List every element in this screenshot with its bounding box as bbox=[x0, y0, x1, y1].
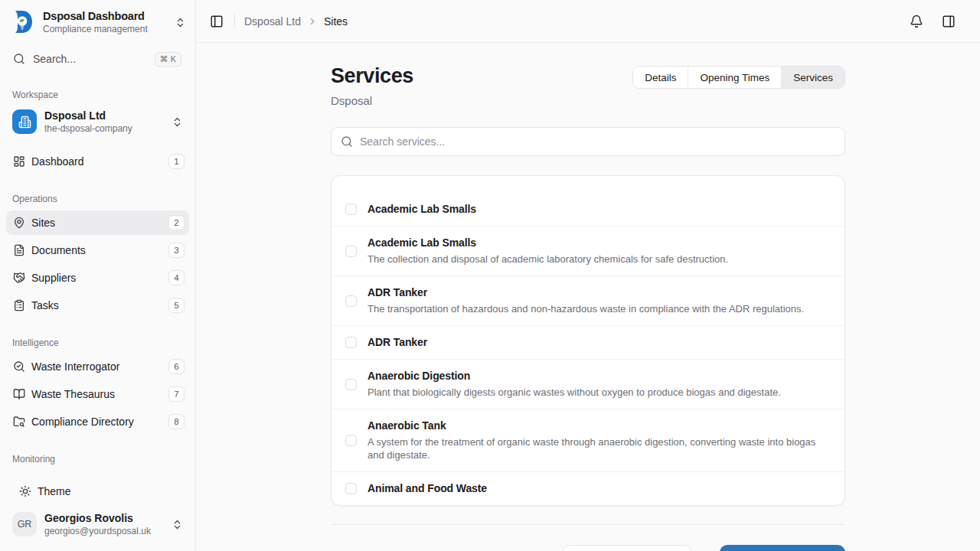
sidebar-section: Monitoring Activity bbox=[0, 454, 195, 473]
topbar-divider bbox=[234, 14, 235, 29]
topbar: Dsposal Ltd Sites bbox=[196, 0, 980, 43]
tab-details[interactable]: Details bbox=[633, 67, 688, 88]
service-name: Anaerobic Tank bbox=[368, 419, 831, 432]
dsposal-logo-icon bbox=[11, 10, 35, 34]
user-email: georgios@yourdsposal.uk bbox=[44, 526, 164, 536]
panel-right-icon bbox=[942, 15, 956, 28]
service-row[interactable]: Anaerobic Digestion Plant that biologica… bbox=[332, 359, 844, 409]
bell-icon bbox=[910, 15, 923, 28]
section-label: Operations bbox=[12, 194, 183, 204]
service-description: A system for the treatment of organic wa… bbox=[368, 435, 831, 461]
sidebar-item-dashboard[interactable]: Dashboard 1 bbox=[6, 149, 189, 174]
sidebar-item-compliance-directory[interactable]: Compliance Directory 8 bbox=[6, 409, 189, 434]
right-panel-toggle-button[interactable] bbox=[937, 10, 960, 33]
services-search-input[interactable] bbox=[360, 135, 835, 148]
search-label: Search... bbox=[33, 53, 76, 65]
app-switcher[interactable]: Dsposal Dashboard Compliance management bbox=[0, 0, 195, 39]
sidebar-scroll-area: Workspace Dsposal Ltd the-dsposal-compan… bbox=[0, 70, 195, 473]
file-text-icon bbox=[13, 244, 25, 256]
theme-toggle[interactable]: Theme bbox=[12, 479, 183, 504]
chevron-right-icon bbox=[307, 16, 318, 27]
sidebar-item-label: Waste Thesaurus bbox=[31, 388, 115, 400]
workspace-slug: the-dsposal-company bbox=[44, 123, 164, 134]
search-check-icon bbox=[13, 360, 25, 373]
sidebar-item-sites[interactable]: Sites 2 bbox=[6, 210, 189, 235]
service-name: Anaerobic Digestion bbox=[368, 370, 831, 383]
sidebar-item-label: Documents bbox=[31, 244, 86, 256]
service-row[interactable]: Animal and Food Waste bbox=[332, 471, 844, 505]
service-row[interactable]: ADR Tanker bbox=[332, 325, 844, 359]
tabs: DetailsOpening TimesServices bbox=[632, 66, 845, 89]
page-subtitle: Dsposal bbox=[331, 94, 413, 107]
service-row[interactable]: Academic Lab Smalls bbox=[332, 193, 844, 226]
sidebar-item-waste-thesaurus[interactable]: Waste Thesaurus 7 bbox=[6, 382, 189, 406]
sidebar-item-documents[interactable]: Documents 3 bbox=[6, 238, 189, 262]
service-checkbox[interactable] bbox=[345, 337, 357, 348]
workspace-switcher[interactable]: Dsposal Ltd the-dsposal-company bbox=[6, 106, 189, 137]
layout-dashboard-icon bbox=[13, 155, 25, 168]
sidebar-item-label: Tasks bbox=[31, 299, 59, 311]
sidebar-item-waste-interrogator[interactable]: Waste Interrogator 6 bbox=[6, 354, 189, 379]
services-search bbox=[331, 127, 845, 156]
chevrons-up-down-icon bbox=[172, 519, 183, 530]
sidebar-section: Operations Sites 2 Documents 3 Suppliers… bbox=[0, 194, 195, 318]
footer-primary-button[interactable] bbox=[720, 545, 845, 551]
panel-left-icon bbox=[210, 15, 224, 28]
book-open-icon bbox=[13, 388, 25, 400]
sidebar-item-label: Dashboard bbox=[31, 155, 84, 168]
tab-opening-times[interactable]: Opening Times bbox=[688, 67, 782, 88]
service-checkbox[interactable] bbox=[345, 483, 357, 494]
main-area: Dsposal Ltd Sites Services Dsposal Detai… bbox=[196, 0, 980, 551]
tab-services[interactable]: Services bbox=[782, 67, 844, 88]
service-name: ADR Tanker bbox=[368, 336, 831, 349]
handshake-icon bbox=[13, 272, 25, 284]
service-checkbox[interactable] bbox=[345, 295, 357, 307]
sidebar-search[interactable]: Search... ⌘ K bbox=[13, 48, 186, 70]
sidebar-item-badge: 3 bbox=[168, 243, 185, 258]
sidebar-item-label: Suppliers bbox=[31, 272, 76, 284]
search-icon bbox=[341, 135, 353, 148]
sidebar-sections: Operations Sites 2 Documents 3 Suppliers… bbox=[0, 194, 195, 473]
service-description: The transportation of hazardous and non-… bbox=[368, 302, 831, 315]
service-name: Academic Lab Smalls bbox=[368, 236, 831, 249]
sun-icon bbox=[19, 485, 31, 497]
breadcrumb: Dsposal Ltd Sites bbox=[244, 15, 348, 28]
avatar: GR bbox=[12, 512, 37, 536]
service-row[interactable]: Academic Lab Smalls The collection and d… bbox=[332, 226, 844, 276]
app-title: Dsposal Dashboard bbox=[43, 10, 167, 22]
services-list: Academic Lab Smalls Academic Lab Smalls … bbox=[332, 193, 844, 505]
app-window: Dsposal Dashboard Compliance management … bbox=[0, 0, 980, 551]
sidebar-item-tasks[interactable]: Tasks 5 bbox=[6, 293, 189, 318]
search-shortcut-kbd: ⌘ K bbox=[155, 52, 181, 67]
clipboard-list-icon bbox=[13, 299, 25, 311]
breadcrumb-workspace[interactable]: Dsposal Ltd bbox=[244, 15, 301, 28]
sidebar-item-badge: 1 bbox=[168, 154, 185, 169]
service-checkbox[interactable] bbox=[345, 379, 357, 390]
user-menu[interactable]: GR Georgios Rovolis georgios@yourdsposal… bbox=[6, 507, 189, 542]
service-description: The collection and disposal of academic … bbox=[368, 253, 831, 266]
workspace-section-label: Workspace bbox=[12, 90, 183, 100]
theme-label: Theme bbox=[38, 485, 71, 497]
sidebar-item-label: Sites bbox=[31, 217, 55, 229]
sidebar-item-suppliers[interactable]: Suppliers 4 bbox=[6, 266, 189, 290]
chevrons-up-down-icon[interactable] bbox=[175, 17, 186, 28]
building-icon bbox=[18, 116, 31, 129]
sidebar-item-badge: 6 bbox=[168, 359, 185, 374]
notifications-button[interactable] bbox=[905, 10, 928, 33]
section-items: Waste Interrogator 6 Waste Thesaurus 7 C… bbox=[0, 354, 195, 434]
sidebar-toggle-button[interactable] bbox=[205, 10, 228, 33]
user-name: Georgios Rovolis bbox=[44, 512, 164, 524]
sidebar-bottom: Theme GR Georgios Rovolis georgios@yourd… bbox=[0, 473, 195, 551]
sidebar-item-badge: 7 bbox=[168, 386, 185, 402]
page-content: Services Dsposal DetailsOpening TimesSer… bbox=[196, 43, 980, 551]
workspace-name: Dsposal Ltd bbox=[44, 109, 164, 122]
service-row[interactable]: ADR Tanker The transportation of hazardo… bbox=[332, 276, 844, 325]
sidebar-item-label: Compliance Directory bbox=[31, 416, 134, 428]
service-checkbox[interactable] bbox=[345, 435, 357, 446]
footer-secondary-button[interactable] bbox=[562, 545, 692, 551]
service-name: ADR Tanker bbox=[368, 286, 831, 299]
workspace-icon bbox=[12, 109, 37, 134]
service-checkbox[interactable] bbox=[345, 204, 357, 215]
service-row[interactable]: Anaerobic Tank A system for the treatmen… bbox=[332, 409, 844, 471]
service-checkbox[interactable] bbox=[345, 246, 357, 257]
